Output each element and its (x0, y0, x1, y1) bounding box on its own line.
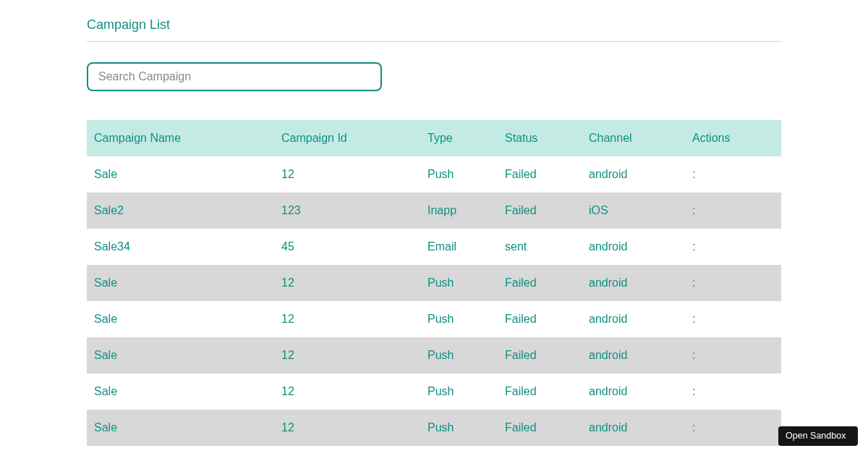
cell-actions[interactable]: : (685, 301, 781, 337)
table-row: Sale3445Emailsentandroid: (87, 229, 781, 265)
table-header-row: Campaign Name Campaign Id Type Status Ch… (87, 120, 781, 156)
header-channel: Channel (582, 120, 685, 156)
cell-type: Push (420, 373, 498, 410)
cell-campaign-name: Sale (87, 265, 274, 301)
cell-actions[interactable]: : (685, 337, 781, 373)
cell-actions[interactable]: : (685, 156, 781, 193)
cell-campaign-id: 12 (274, 301, 420, 337)
header-campaign-name: Campaign Name (87, 120, 274, 156)
cell-type: Push (420, 410, 498, 446)
cell-campaign-name: Sale34 (87, 229, 274, 265)
cell-status: Failed (498, 410, 582, 446)
cell-channel: android (582, 373, 685, 410)
table-row: Sale12PushFailedandroid: (87, 373, 781, 410)
cell-type: Push (420, 156, 498, 193)
cell-campaign-name: Sale (87, 301, 274, 337)
table-row: Sale12PushFailedandroid: (87, 410, 781, 446)
page-title: Campaign List (87, 17, 781, 42)
cell-campaign-id: 12 (274, 156, 420, 193)
cell-channel: android (582, 446, 685, 456)
cell-campaign-id: 12 (274, 373, 420, 410)
cell-status: Failed (498, 156, 582, 193)
cell-status: Failed (498, 265, 582, 301)
header-status: Status (498, 120, 582, 156)
cell-campaign-id: 12 (274, 265, 420, 301)
cell-channel: android (582, 265, 685, 301)
cell-campaign-name: Sale (87, 337, 274, 373)
cell-campaign-id: 123 (274, 193, 420, 229)
campaign-table: Campaign Name Campaign Id Type Status Ch… (87, 120, 781, 456)
cell-actions[interactable]: : (685, 265, 781, 301)
cell-status: Failed (498, 337, 582, 373)
table-row: Sale12PushFailedandroid: (87, 446, 781, 456)
cell-campaign-id: 12 (274, 337, 420, 373)
cell-type: Push (420, 446, 498, 456)
cell-actions[interactable]: : (685, 410, 781, 446)
cell-status: Failed (498, 301, 582, 337)
cell-actions[interactable]: : (685, 229, 781, 265)
table-row: Sale12PushFailedandroid: (87, 301, 781, 337)
table-row: Sale12PushFailedandroid: (87, 265, 781, 301)
cell-status: Failed (498, 446, 582, 456)
cell-campaign-id: 45 (274, 229, 420, 265)
cell-status: Failed (498, 373, 582, 410)
cell-type: Push (420, 265, 498, 301)
cell-type: Email (420, 229, 498, 265)
cell-type: Push (420, 301, 498, 337)
open-sandbox-button[interactable]: Open Sandbox (778, 426, 858, 446)
cell-channel: android (582, 410, 685, 446)
cell-campaign-name: Sale (87, 410, 274, 446)
cell-campaign-name: Sale (87, 446, 274, 456)
cell-type: Inapp (420, 193, 498, 229)
cell-campaign-name: Sale (87, 373, 274, 410)
table-row: Sale12PushFailedandroid: (87, 337, 781, 373)
cell-actions[interactable]: : (685, 446, 781, 456)
cell-campaign-name: Sale (87, 156, 274, 193)
cell-campaign-id: 12 (274, 446, 420, 456)
cell-status: Failed (498, 193, 582, 229)
cell-type: Push (420, 337, 498, 373)
table-row: Sale2123InappFailediOS: (87, 193, 781, 229)
cell-actions[interactable]: : (685, 373, 781, 410)
cell-channel: android (582, 156, 685, 193)
search-wrapper (87, 62, 781, 91)
header-actions: Actions (685, 120, 781, 156)
cell-actions[interactable]: : (685, 193, 781, 229)
cell-channel: iOS (582, 193, 685, 229)
cell-status: sent (498, 229, 582, 265)
cell-channel: android (582, 301, 685, 337)
search-input[interactable] (87, 62, 382, 91)
table-row: Sale12PushFailedandroid: (87, 156, 781, 193)
cell-campaign-name: Sale2 (87, 193, 274, 229)
header-campaign-id: Campaign Id (274, 120, 420, 156)
cell-channel: android (582, 337, 685, 373)
cell-channel: android (582, 229, 685, 265)
cell-campaign-id: 12 (274, 410, 420, 446)
header-type: Type (420, 120, 498, 156)
